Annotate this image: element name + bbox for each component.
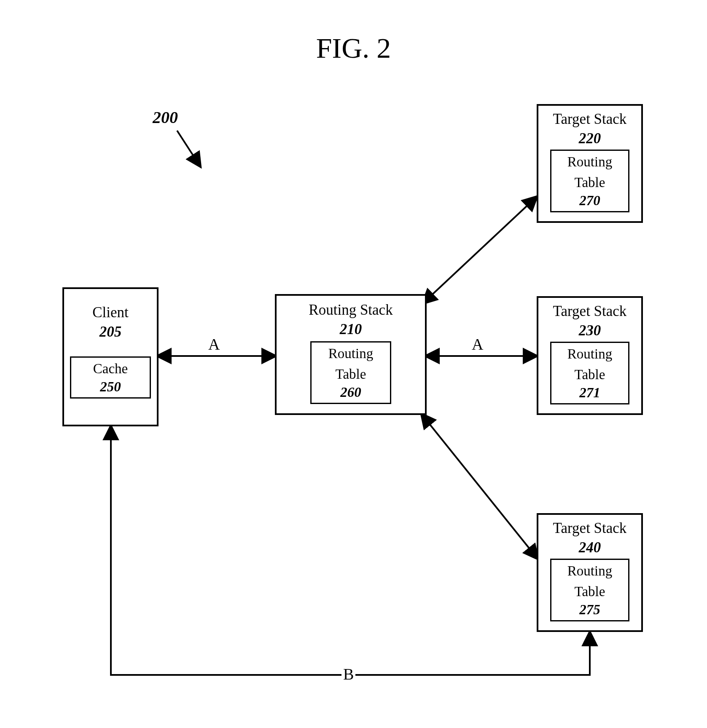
target-220-label: Target Stack xyxy=(538,108,641,130)
svg-line-3 xyxy=(423,197,537,303)
svg-line-4 xyxy=(422,414,538,559)
client-label: Client xyxy=(64,302,157,324)
edge-label-a-right: A xyxy=(470,335,485,353)
routing-label: Routing Stack xyxy=(277,299,425,321)
target-stack-230-box: Target Stack 230 Routing Table 271 xyxy=(537,296,643,415)
routing-table-271-num: 271 xyxy=(554,385,626,401)
client-cache-box: Cache 250 xyxy=(70,356,151,399)
routing-table-box-270: Routing Table 270 xyxy=(550,150,629,212)
routing-num: 210 xyxy=(340,321,362,337)
routing-stack-box: Routing Stack 210 Routing Table 260 xyxy=(275,294,427,415)
target-240-num: 240 xyxy=(579,539,601,556)
routing-table-270-num: 270 xyxy=(554,193,626,209)
routing-table-270-l1: Routing xyxy=(554,152,626,172)
target-220-num: 220 xyxy=(579,130,601,147)
target-230-num: 230 xyxy=(579,322,601,339)
target-stack-240-box: Target Stack 240 Routing Table 275 xyxy=(537,513,643,632)
routing-table-label-260-l1: Routing xyxy=(314,343,387,364)
routing-table-label-260-l2: Table xyxy=(314,364,387,385)
client-cache-num: 250 xyxy=(74,379,147,395)
target-stack-220-box: Target Stack 220 Routing Table 270 xyxy=(537,104,643,223)
figure-ref-200: 200 xyxy=(153,107,178,127)
target-240-label: Target Stack xyxy=(538,517,641,539)
target-230-label: Target Stack xyxy=(538,300,641,322)
routing-table-271-l1: Routing xyxy=(554,344,626,364)
routing-table-box-271: Routing Table 271 xyxy=(550,342,629,404)
client-cache-label: Cache xyxy=(74,359,147,379)
routing-table-275-num: 275 xyxy=(554,602,626,618)
routing-table-275-l2: Table xyxy=(554,581,626,602)
routing-table-box-275: Routing Table 275 xyxy=(550,559,629,621)
edge-label-a-left: A xyxy=(207,335,221,353)
routing-table-275-l1: Routing xyxy=(554,561,626,581)
edge-label-b: B xyxy=(341,665,355,683)
routing-table-271-l2: Table xyxy=(554,364,626,385)
routing-table-num-260: 260 xyxy=(314,385,387,400)
client-box: Client 205 Cache 250 xyxy=(62,287,159,426)
routing-table-270-l2: Table xyxy=(554,172,626,193)
client-num: 205 xyxy=(99,324,122,340)
routing-table-box-260: Routing Table 260 xyxy=(310,341,391,404)
svg-line-0 xyxy=(177,131,200,166)
